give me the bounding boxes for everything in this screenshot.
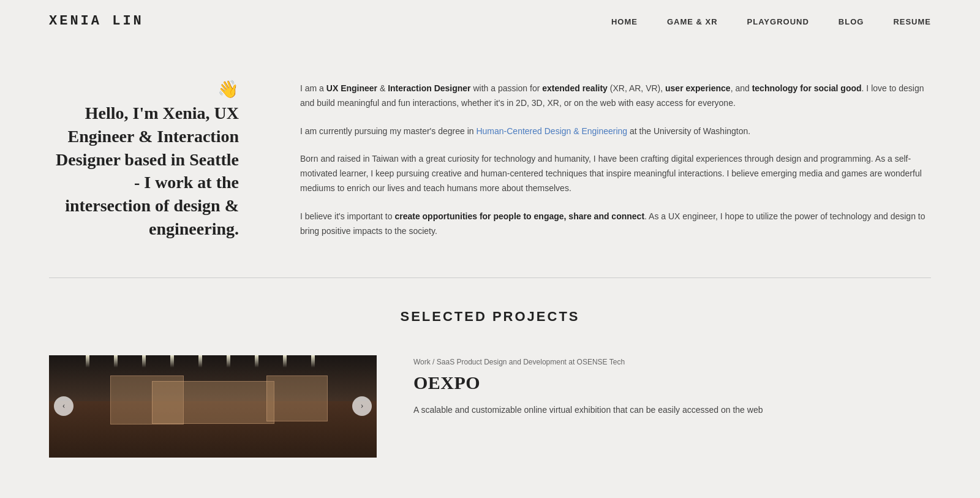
- hero-left-panel: 👋 Hello, I'm Xenia, UX Engineer & Intera…: [49, 79, 251, 241]
- site-logo[interactable]: XENIA LIN: [49, 13, 144, 29]
- interaction-designer-bold: Interaction Designer: [388, 83, 470, 93]
- nav-blog[interactable]: BLOG: [839, 17, 864, 26]
- exhibition-scene: [49, 355, 377, 458]
- nav-resume[interactable]: RESUME: [893, 17, 931, 26]
- hero-right-panel: I am a UX Engineer & Interaction Designe…: [300, 79, 931, 238]
- light-4: [170, 355, 174, 368]
- nav-playground[interactable]: PLAYGROUND: [747, 17, 809, 26]
- project-card: ‹ › Work / SaaS Product Design and Devel…: [49, 355, 931, 458]
- project-category: Work / SaaS Product Design and Developme…: [413, 358, 931, 366]
- carousel-prev-button[interactable]: ‹: [54, 396, 74, 416]
- light-6: [227, 355, 230, 368]
- hero-heading: Hello, I'm Xenia, UX Engineer & Interact…: [49, 102, 239, 241]
- hero-paragraph-1: I am a UX Engineer & Interaction Designe…: [300, 81, 931, 111]
- selected-projects-section: SELECTED PROJECTS: [0, 309, 980, 494]
- project-image-container: ‹ ›: [49, 355, 377, 458]
- navbar: XENIA LIN HOME GAME & XR PLAYGROUND BLOG…: [0, 0, 980, 42]
- nav-home[interactable]: HOME: [611, 17, 638, 26]
- light-8: [283, 355, 287, 368]
- hero-section: 👋 Hello, I'm Xenia, UX Engineer & Intera…: [0, 42, 980, 271]
- screen-right: [266, 375, 328, 421]
- nav-links: HOME GAME & XR PLAYGROUND BLOG RESUME: [611, 16, 931, 27]
- project-name: OEXPO: [413, 372, 931, 393]
- light-5: [198, 355, 202, 368]
- hcde-link[interactable]: Human-Centered Design & Engineering: [476, 126, 627, 136]
- screen-center: [152, 381, 274, 424]
- light-7: [255, 355, 258, 368]
- user-experience-bold: user experience: [665, 83, 731, 93]
- hero-paragraph-4: I believe it's important to create oppor…: [300, 209, 931, 239]
- carousel-next-button[interactable]: ›: [352, 396, 372, 416]
- project-info: Work / SaaS Product Design and Developme…: [413, 355, 931, 417]
- light-1: [86, 355, 89, 368]
- light-3: [142, 355, 146, 368]
- hero-paragraph-2: I am currently pursuing my master's degr…: [300, 124, 931, 139]
- ux-engineer-bold: UX Engineer: [326, 83, 377, 93]
- selected-projects-title: SELECTED PROJECTS: [49, 309, 931, 325]
- section-divider: [49, 277, 931, 278]
- light-2: [114, 355, 118, 368]
- project-description: A scalable and customizable online virtu…: [413, 403, 931, 417]
- extended-reality-bold: extended reality: [542, 83, 608, 93]
- wave-emoji: 👋: [49, 79, 239, 99]
- engage-share-connect-bold: create opportunities for people to engag…: [394, 211, 644, 221]
- ceiling-lights: [49, 355, 377, 374]
- hero-paragraph-3: Born and raised in Taiwan with a great c…: [300, 152, 931, 195]
- tech-social-good-bold: technology for social good: [752, 83, 862, 93]
- nav-game-xr[interactable]: GAME & XR: [667, 17, 718, 26]
- light-9: [311, 355, 315, 368]
